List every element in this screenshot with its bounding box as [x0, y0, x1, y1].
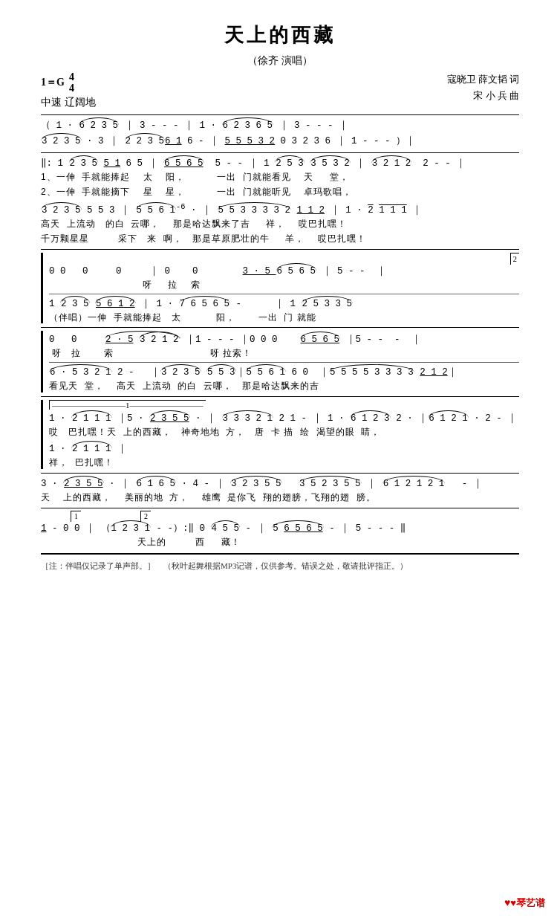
finale-music-1: 3 · 2 3 5 5 · ｜ 6 1 6 5 · 4 - ｜ 3 2 3 5 … [41, 476, 519, 491]
finale-music-2: 1 - 0 0 ｜ （1 2 3 1 - -）:‖ 0 4 5 5 - ｜ 5 … [41, 520, 519, 536]
chorus-coda-music: 1 · 2 1 1 1 ｜ [49, 441, 519, 456]
verse-lyric-2b: 千万颗星星 采下 来 啊， 那是草原肥壮的牛 羊， 哎巴扎嘿！ [41, 233, 519, 245]
key-sig: 1＝G [41, 74, 65, 91]
intro-block: （ 1 · 6 2 3 5 ｜ 3 - - - ｜ 1 · 6 2 3 6 5 … [41, 117, 519, 149]
finale-verse: 3 · 2 3 5 5 · ｜ 6 1 6 5 · 4 - ｜ 3 2 3 5 … [41, 476, 519, 504]
bridge-top-lyric: 呀 拉 索 [49, 279, 519, 291]
chorus-block-1: 0 0 2 · 5 3 2 1 2 ｜1 - - - ｜0 0 0 6 5 6 … [41, 331, 519, 392]
chorus1-top-lyric: 呀 拉 索 呀 拉索！ [49, 347, 519, 360]
bridge-bottom-music: 1 2 3 5 5 6 1 2 ｜ 1 · 7 6 5 6 5 - ｜ 1 2 … [49, 296, 519, 311]
key-tempo: 1＝G 4 4 中速 辽阔地 [41, 71, 96, 111]
finale-lyric-2: 天上的 西 藏！ [41, 536, 519, 549]
chorus1-bottom-lyric: 看见天 堂， 高天 上流动 的白 云哪， 那是哈达飘来的吉 [49, 380, 519, 392]
verse-block: ‖: 1 2 3 5 5 1 6 5 ｜ 6 5 6 5 5 - - ｜ 1 2… [41, 155, 519, 198]
finale-lyric-1: 天 上的西藏， 美丽的地 方， 雄鹰 是你飞 翔的翅膀，飞翔的翅 膀。 [41, 491, 519, 504]
bridge-top-music: 0 0 0 0 ｜ 0 0 3 · 5 6 5 6 5 ｜ 5 - - ｜ [49, 263, 519, 279]
time-sig: 4 4 [69, 71, 74, 94]
site-logo: ♥♥琴艺谱 [504, 896, 545, 911]
finale-end: 1 2 1 - 0 0 ｜ （1 2 3 1 - -）:‖ 0 4 5 5 - … [41, 511, 519, 549]
verse-lyric-1b: 2、一伸 手就能摘下 星 星， 一出 门就能听见 卓玛歌唱， [41, 186, 519, 198]
tempo-marking: 中速 辽阔地 [41, 94, 96, 111]
intro-line1: （ 1 · 6 2 3 5 ｜ 3 - - - ｜ 1 · 6 2 3 6 5 … [41, 117, 519, 133]
bridge-section: 2 0 0 0 0 ｜ 0 0 3 · 5 6 5 6 5 ｜ 5 - - ｜ … [41, 253, 519, 324]
page-title: 天上的西藏 [41, 22, 519, 49]
chorus1-bottom: 6 · 5 3 2 1 2 - ｜3 2 3 5 5 5 3｜5 5 6 1 6… [49, 364, 519, 380]
credits: 寇晓卫 薛文韬 词 宋 小 兵 曲 [447, 71, 520, 104]
verse-music-2: 3 2 3 5 5 5 3 ｜ 5 5 6 1-6 · ｜ 5 5 3 3 3 … [41, 201, 519, 218]
verse-lyric-2a: 高天 上流动 的白 云哪， 那是哈达飘来了吉 祥， 哎巴扎嘿！ [41, 218, 519, 230]
intro-line2: 3 2 3 5 · 3 ｜ 2 2 3 56 1 6 - ｜ 5 5 5 3 2… [41, 133, 519, 149]
verse-music-1: ‖: 1 2 3 5 5 1 6 5 ｜ 6 5 6 5 5 - - ｜ 1 2… [41, 155, 519, 171]
chorus1-top: 0 0 2 · 5 3 2 1 2 ｜1 - - - ｜0 0 0 6 5 6 … [49, 331, 519, 347]
chorus-main: —————————1————————— 1 · 2 1 1 1 ｜5 · 2 3… [41, 400, 519, 469]
subtitle: （徐齐 演唱） [41, 54, 519, 68]
verse-lyric-1a: 1、一伸 手就能捧起 太 阳， 一出 门就能看见 天 堂， [41, 171, 519, 184]
footer-notes: ［注：伴唱仅记录了单声部。］ （秋叶起舞根据MP3记谱，仅供参考。错误之处，敬请… [41, 560, 519, 572]
bridge-bottom-lyric: （伴唱）一伸 手就能捧起 太 阳， 一出 门 就能 [49, 311, 519, 324]
chorus-main-music: 1 · 2 1 1 1 ｜5 · 2 3 5 5 · ｜ 3 3 3 2 1 2… [49, 410, 519, 426]
chorus-coda-lyric: 祥， 巴扎嘿！ [49, 456, 519, 469]
chorus-main-lyric: 哎 巴扎嘿！天 上的西藏， 神奇地地 方， 唐 卡 描 绘 渴望的眼 睛， [49, 426, 519, 439]
verse-block-2: 3 2 3 5 5 5 3 ｜ 5 5 6 1-6 · ｜ 5 5 3 3 3 … [41, 201, 519, 245]
